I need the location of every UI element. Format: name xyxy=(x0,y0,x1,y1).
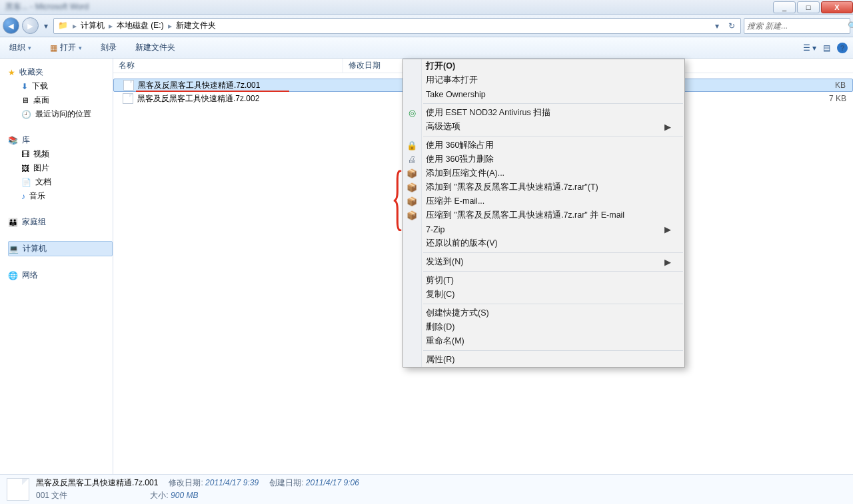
new-folder-button[interactable]: 新建文件夹 xyxy=(131,40,179,55)
menu-item[interactable]: 使用 360强力删除 xyxy=(403,152,684,166)
menu-item[interactable]: 高级选项▶ xyxy=(403,120,684,134)
toolbar: 组织▾ ▦ 打开▾ 刻录 新建文件夹 ☰ ▾ ▤ ? xyxy=(0,37,853,59)
menu-item[interactable]: 发送到(N)▶ xyxy=(403,255,684,269)
video-icon xyxy=(21,150,29,159)
sidebar-favorites[interactable]: 收藏夹 xyxy=(8,65,113,79)
maximize-button[interactable]: □ xyxy=(797,1,820,13)
menu-item[interactable]: 删除(D) xyxy=(403,320,684,334)
g-arch-g-icon xyxy=(407,196,417,207)
context-menu: 打开(O)用记事本打开Take Ownership使用 ESET NOD32 A… xyxy=(403,59,685,368)
submenu-arrow-icon: ▶ xyxy=(664,122,671,132)
breadcrumb-bar[interactable]: ▸ 计算机 ▸ 本地磁盘 (E:) ▸ 新建文件夹 ▾ ↻ xyxy=(53,18,741,34)
menu-item[interactable]: 使用 360解除占用 xyxy=(403,138,684,152)
details-thumb-icon xyxy=(7,478,29,501)
clock-icon xyxy=(21,110,31,119)
sidebar-libraries[interactable]: 库 xyxy=(8,133,113,147)
network-icon xyxy=(8,271,18,280)
file-icon xyxy=(123,93,133,104)
search-input[interactable] xyxy=(747,21,848,31)
details-size: 900 MB xyxy=(171,491,198,500)
sidebar-network[interactable]: 网络 xyxy=(8,268,113,282)
menu-separator xyxy=(423,350,683,351)
menu-item[interactable]: Take Ownership xyxy=(403,87,684,101)
details-subtitle: 001 文件 xyxy=(36,490,67,501)
minimize-button[interactable]: _ xyxy=(773,1,796,13)
search-icon[interactable]: 🔍 xyxy=(848,21,853,31)
burn-button[interactable]: 刻录 xyxy=(97,40,121,55)
crumb-newfolder[interactable]: 新建文件夹 xyxy=(173,19,219,33)
crumb-drive-e[interactable]: 本地磁盘 (E:) xyxy=(114,19,167,33)
menu-item[interactable]: 压缩并 E-mail... xyxy=(403,194,684,208)
crumb-computer[interactable]: 计算机 xyxy=(78,19,107,33)
details-pane: 黑客及反黑客工具快速精通.7z.001 修改日期: 2011/4/17 9:39… xyxy=(0,474,853,504)
menu-item-label: 还原以前的版本(V) xyxy=(426,238,498,249)
g-arch-g-icon xyxy=(407,210,417,221)
sidebar-item-recent[interactable]: 最近访问的位置 xyxy=(8,107,113,121)
menu-item[interactable]: 使用 ESET NOD32 Antivirus 扫描 xyxy=(403,106,684,120)
music-icon xyxy=(21,192,25,201)
menu-item-label: 添加到 "黑客及反黑客工具快速精通.7z.rar"(T) xyxy=(426,182,598,193)
menu-item[interactable]: 复制(C) xyxy=(403,288,684,302)
computer-icon xyxy=(9,244,19,254)
menu-item[interactable]: 重命名(M) xyxy=(403,334,684,348)
menu-separator xyxy=(423,252,683,253)
annotation-brace: { xyxy=(391,174,403,218)
details-filename: 黑客及反黑客工具快速精通.7z.001 xyxy=(36,477,158,489)
sidebar-item-downloads[interactable]: 下载 xyxy=(8,79,113,93)
menu-item[interactable]: 还原以前的版本(V) xyxy=(403,236,684,250)
sidebar-item-music[interactable]: 音乐 xyxy=(8,189,113,203)
menu-item[interactable]: 用记事本打开 xyxy=(403,73,684,87)
address-row: ◄ ► ▾ ▸ 计算机 ▸ 本地磁盘 (E:) ▸ 新建文件夹 ▾ ↻ 🔍 xyxy=(0,15,853,37)
menu-item-label: 创建快捷方式(S) xyxy=(426,308,489,319)
menu-item-label: 删除(D) xyxy=(426,322,454,333)
star-icon xyxy=(8,68,15,77)
open-button[interactable]: ▦ 打开▾ xyxy=(46,40,86,55)
nav-history-dropdown[interactable]: ▾ xyxy=(41,21,51,31)
preview-pane-icon[interactable]: ▤ xyxy=(823,43,830,53)
close-button[interactable]: X xyxy=(821,1,853,13)
file-name: 黑客及反黑客工具快速精通.7z.002 xyxy=(137,93,351,105)
chevron-down-icon: ▾ xyxy=(79,45,82,51)
menu-item[interactable]: 打开(O) xyxy=(403,59,684,73)
menu-item[interactable]: 添加到压缩文件(A)... xyxy=(403,166,684,180)
menu-item[interactable]: 添加到 "黑客及反黑客工具快速精通.7z.rar"(T) xyxy=(403,180,684,194)
details-created: 2011/4/17 9:06 xyxy=(306,478,359,487)
menu-separator xyxy=(423,136,683,136)
menu-item[interactable]: 属性(R) xyxy=(403,353,684,367)
sidebar-computer[interactable]: 计算机 xyxy=(8,241,113,256)
nav-forward-button[interactable]: ► xyxy=(22,17,39,34)
library-icon xyxy=(8,136,18,145)
refresh-icon[interactable]: ↻ xyxy=(724,21,739,31)
address-dropdown-icon[interactable]: ▾ xyxy=(710,21,724,31)
submenu-arrow-icon: ▶ xyxy=(664,257,671,267)
download-icon xyxy=(21,82,28,91)
view-options-icon[interactable]: ☰ ▾ xyxy=(803,43,816,53)
sidebar-item-pictures[interactable]: 图片 xyxy=(8,161,113,175)
nav-sidebar: 收藏夹 下载 桌面 最近访问的位置 库 视频 图片 文档 音乐 家庭组 计算机 … xyxy=(0,59,113,474)
nav-back-button[interactable]: ◄ xyxy=(3,17,19,34)
menu-item[interactable]: 7-Zip▶ xyxy=(403,222,684,236)
menu-item-label: 剪切(T) xyxy=(426,275,454,286)
menu-item[interactable]: 压缩到 "黑客及反黑客工具快速精通.7z.rar" 并 E-mail xyxy=(403,208,684,222)
menu-item-label: 打开(O) xyxy=(426,61,455,72)
menu-item-label: 复制(C) xyxy=(426,289,454,300)
g-lock-icon xyxy=(407,140,417,151)
menu-item-label: 压缩并 E-mail... xyxy=(426,196,484,207)
search-box[interactable]: 🔍 xyxy=(744,18,850,34)
sidebar-item-desktop[interactable]: 桌面 xyxy=(8,93,113,107)
menu-item-label: 添加到压缩文件(A)... xyxy=(426,168,504,179)
sidebar-item-videos[interactable]: 视频 xyxy=(8,147,113,161)
col-name[interactable]: 名称 xyxy=(113,59,343,73)
window-titlebar: 黑客... - Microsoft Word _ □ X xyxy=(0,0,853,15)
folder-icon xyxy=(58,21,69,31)
file-icon xyxy=(123,80,134,91)
menu-item[interactable]: 创建快捷方式(S) xyxy=(403,306,684,320)
organize-button[interactable]: 组织▾ xyxy=(5,40,35,55)
sidebar-item-documents[interactable]: 文档 xyxy=(8,175,113,189)
menu-separator xyxy=(423,304,683,304)
sidebar-homegroup[interactable]: 家庭组 xyxy=(8,215,113,229)
file-size: 7 KB xyxy=(829,94,853,103)
help-icon[interactable]: ? xyxy=(837,43,848,53)
menu-item[interactable]: 剪切(T) xyxy=(403,274,684,288)
picture-icon xyxy=(21,164,29,173)
